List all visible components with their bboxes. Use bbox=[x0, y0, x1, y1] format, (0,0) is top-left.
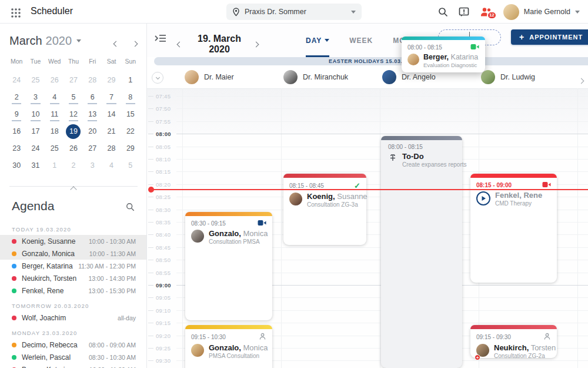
calendar-day[interactable]: 1 bbox=[45, 158, 64, 173]
calendar-day[interactable]: 17 bbox=[26, 124, 45, 138]
app-grid-icon[interactable] bbox=[11, 8, 21, 21]
agenda-time: 10:00 - 11:30 AM bbox=[89, 250, 136, 257]
calendar-day[interactable]: 14 bbox=[102, 107, 121, 121]
agenda-item[interactable]: Neukirch, Torsten13:00 - 14:30 PM bbox=[0, 272, 146, 284]
calendar-day[interactable]: 21 bbox=[102, 124, 121, 138]
toggle-sidebar-icon[interactable] bbox=[154, 33, 167, 46]
calendar-day[interactable]: 5 bbox=[121, 158, 140, 173]
time-label: 08:45 bbox=[156, 244, 171, 251]
calendar-day[interactable]: 29 bbox=[121, 141, 140, 155]
tab-week[interactable]: WEEK bbox=[349, 24, 373, 57]
calendar-day[interactable]: 23 bbox=[7, 141, 26, 155]
agenda-item[interactable]: Fenkel, Rene13:00 - 15:30 PM bbox=[0, 284, 146, 297]
calendar-day[interactable]: 8 bbox=[121, 90, 140, 104]
add-appointment-button[interactable]: + APPOINTMENT bbox=[511, 29, 588, 45]
calendar-day[interactable]: 9 bbox=[7, 107, 26, 121]
agenda-time: 13:00 - 14:30 PM bbox=[88, 275, 136, 282]
agenda-item[interactable]: Wolf, Joachimall-day bbox=[0, 311, 146, 324]
dragged-appointment-card[interactable]: 08:00 - 08:15 Berger, Katarina Evaluatio… bbox=[402, 37, 485, 72]
agenda-color-dot bbox=[12, 276, 16, 281]
calendar-day[interactable]: 22 bbox=[121, 124, 140, 138]
agenda-title: Agenda bbox=[12, 199, 54, 213]
calendar-day[interactable]: 15 bbox=[121, 107, 140, 121]
calendar-month-label[interactable]: March bbox=[9, 34, 42, 48]
agenda-search-icon[interactable] bbox=[126, 203, 135, 214]
calendar-day[interactable]: 28 bbox=[83, 73, 102, 87]
next-resources-button[interactable] bbox=[579, 75, 583, 85]
appointment-card[interactable]: 09:15 - 09:30+Neukirch, TorstenConsultat… bbox=[470, 325, 557, 358]
appointment-card[interactable]: 08:00 - 08:15To-DoCreate expanses report… bbox=[381, 136, 462, 368]
calendar-day[interactable]: 6 bbox=[83, 90, 102, 104]
collapse-resources-button[interactable] bbox=[152, 72, 163, 84]
calendar-day[interactable]: 27 bbox=[64, 73, 83, 87]
calendar-day[interactable]: 10 bbox=[26, 107, 45, 121]
play-icon[interactable] bbox=[476, 191, 490, 205]
calendar-day[interactable]: 12 bbox=[64, 107, 83, 121]
agenda-item[interactable]: Gonzalo, Monica10:00 - 11:30 AM bbox=[0, 247, 146, 260]
next-day-button[interactable] bbox=[254, 38, 258, 49]
calendar-day[interactable]: 26 bbox=[64, 141, 83, 155]
calendar-next-button[interactable] bbox=[133, 38, 137, 48]
calendar-prev-button[interactable] bbox=[114, 38, 118, 48]
calendar-day[interactable]: 30 bbox=[7, 158, 26, 173]
calendar-day[interactable]: 25 bbox=[45, 141, 64, 155]
calendar-day[interactable]: 4 bbox=[45, 90, 64, 104]
time-label: 08:25 bbox=[156, 194, 171, 200]
calendar-day[interactable]: 2 bbox=[7, 90, 26, 104]
calendar-day[interactable]: 25 bbox=[26, 73, 45, 87]
appointment-card[interactable]: 08:15 - 08:45✓Koenig, SusanneConsultatio… bbox=[283, 174, 366, 244]
calendar-day[interactable]: 3 bbox=[26, 90, 45, 104]
agenda-item[interactable]: Decimo, Rebecca08:00 - 09:00 AM bbox=[0, 339, 146, 351]
search-icon[interactable] bbox=[438, 7, 448, 17]
calendar-collapse-toggle[interactable] bbox=[9, 186, 138, 197]
tab-day[interactable]: DAY bbox=[306, 24, 329, 57]
calendar-day[interactable]: 3 bbox=[83, 158, 102, 173]
calendar-day[interactable]: 11 bbox=[45, 107, 64, 121]
appointment-color-bar bbox=[470, 325, 557, 329]
resource-header-dr-maier[interactable]: Dr. Maier bbox=[185, 70, 234, 84]
event-indicator bbox=[31, 103, 40, 104]
calendar-day[interactable]: 28 bbox=[102, 141, 121, 155]
agenda-item[interactable]: Berger, Katarina10:00 - 11:30 AM bbox=[0, 363, 146, 368]
calendar-day[interactable]: 31 bbox=[26, 158, 45, 173]
agenda-item[interactable]: Berger, Katarina11:30 AM - 12:30 PM bbox=[0, 260, 146, 272]
location-selector[interactable]: Praxis Dr. Sommer bbox=[226, 4, 362, 20]
time-label: 08:40 bbox=[156, 231, 171, 238]
calendar-day[interactable]: 24 bbox=[7, 73, 26, 87]
calendar-day[interactable]: 24 bbox=[26, 141, 45, 155]
feedback-icon[interactable] bbox=[459, 7, 469, 17]
calendar-year-label[interactable]: 2020 bbox=[46, 34, 72, 48]
calendar-day[interactable]: 1 bbox=[121, 73, 140, 87]
resource-header-dr-miranchuk[interactable]: Dr. Miranchuk bbox=[283, 70, 348, 84]
mini-calendar: MonTueWedThuFriSatSun2425262728291234567… bbox=[7, 54, 140, 175]
agenda-item[interactable]: Koenig, Susanne10:00 - 10:30 AM bbox=[0, 235, 146, 247]
calendar-day[interactable]: 20 bbox=[83, 124, 102, 138]
chevron-down-icon bbox=[351, 11, 356, 14]
weekday-label: Wed bbox=[45, 54, 64, 68]
prev-day-button[interactable] bbox=[178, 38, 182, 49]
calendar-day[interactable]: 7 bbox=[102, 90, 121, 104]
weekday-label: Mon bbox=[7, 54, 26, 68]
calendar-day[interactable]: 26 bbox=[45, 73, 64, 87]
patients-waiting-icon[interactable]: 12 bbox=[480, 7, 493, 17]
calendar-day-selected[interactable]: 19 bbox=[64, 124, 83, 138]
appointment-card[interactable]: 09:15 - 10:30Gonzalo, MonicaPMSA Consult… bbox=[185, 325, 272, 368]
appointment-card[interactable]: 08:30 - 09:15Gonzalo, MonicaConsultation… bbox=[185, 212, 272, 321]
time-label: 08:55 bbox=[156, 270, 171, 276]
calendar-day[interactable]: 29 bbox=[102, 73, 121, 87]
calendar-day[interactable]: 16 bbox=[7, 124, 26, 138]
current-date-label[interactable]: 19. March 2020 bbox=[187, 34, 252, 55]
calendar-day[interactable]: 2 bbox=[64, 158, 83, 173]
calendar-day[interactable]: 27 bbox=[83, 141, 102, 155]
user-menu[interactable]: Marie Gernold bbox=[503, 4, 580, 20]
event-indicator bbox=[69, 120, 78, 121]
calendar-day[interactable]: 4 bbox=[102, 158, 121, 173]
chevron-down-icon[interactable] bbox=[76, 39, 81, 42]
resource-header-dr-ludwig[interactable]: Dr. Ludwig bbox=[481, 70, 535, 84]
calendar-day[interactable]: 13 bbox=[83, 107, 102, 121]
calendar-day[interactable]: 5 bbox=[64, 90, 83, 104]
location-label: Praxis Dr. Sommer bbox=[245, 8, 351, 16]
agenda-item[interactable]: Werlein, Pascal08:30 - 10:30 AM bbox=[0, 351, 146, 363]
calendar-day[interactable]: 18 bbox=[45, 124, 64, 138]
agenda-patient-name: Neukirch, Torsten bbox=[22, 274, 88, 283]
